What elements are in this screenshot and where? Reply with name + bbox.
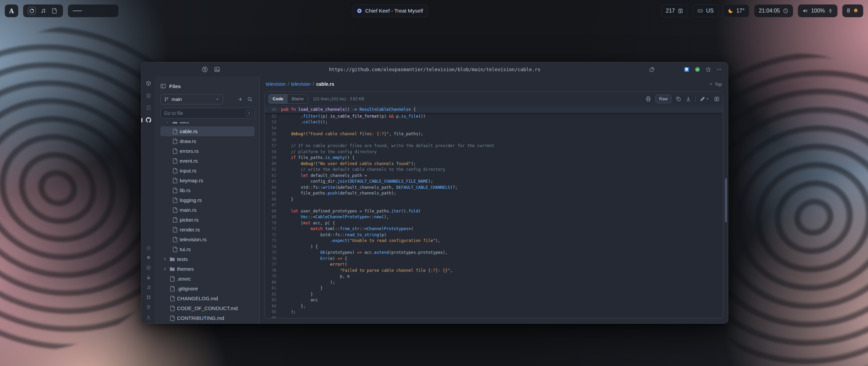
line-number[interactable]: 72 [265, 232, 281, 238]
tree-item-event.rs[interactable]: event.rs [160, 156, 255, 166]
downloads-icon[interactable] [146, 314, 151, 320]
url-bar[interactable]: https://github.com/alexpasmantier/televi… [141, 67, 728, 72]
branch-selector[interactable]: main [160, 94, 223, 104]
line-number[interactable]: 58 [265, 149, 281, 155]
line-number[interactable]: 55 [265, 131, 281, 137]
breadcrumb-repo-link[interactable]: television [266, 81, 285, 87]
line-number[interactable]: 52 [265, 114, 281, 120]
line-number[interactable]: 79 [265, 273, 281, 280]
line-number[interactable]: 43 [265, 107, 281, 113]
menu-icon[interactable] [716, 67, 722, 72]
line-number[interactable]: 75 [265, 250, 281, 256]
line-number[interactable]: 65 [265, 190, 281, 197]
back-to-top-link[interactable]: Top [709, 82, 722, 87]
strip-bell-icon[interactable] [146, 256, 151, 260]
line-number[interactable]: 86 [265, 315, 281, 319]
print-icon[interactable] [646, 96, 651, 102]
line-number[interactable]: 85 [265, 309, 281, 315]
workspace-pill[interactable] [68, 4, 119, 17]
browser-app-icon[interactable] [28, 7, 36, 15]
document-app-icon[interactable] [50, 7, 58, 15]
line-number[interactable]: 73 [265, 238, 281, 244]
apps-grid-icon[interactable] [146, 295, 151, 300]
tree-item-logging.rs[interactable]: logging.rs [160, 195, 255, 205]
tree-item-picker.rs[interactable]: picker.rs [160, 215, 255, 225]
scrollbar-thumb[interactable] [725, 178, 727, 222]
blame-tab[interactable]: Blame [287, 95, 308, 103]
line-number[interactable]: 53 [265, 119, 281, 125]
edit-button[interactable] [700, 97, 710, 101]
tree-item-draw.rs[interactable]: draw.rs [160, 136, 255, 146]
code-tab[interactable]: Code [269, 95, 287, 103]
now-playing-widget[interactable]: Chief Keef - Treat Myself [352, 4, 428, 17]
lock-icon[interactable] [146, 275, 151, 280]
tree-item-.envrc[interactable]: .envrc [160, 274, 255, 284]
line-number[interactable]: 78 [265, 268, 281, 274]
tree-item-television.rs[interactable]: television.rs [160, 235, 255, 244]
layers-icon[interactable] [146, 93, 151, 98]
line-number[interactable]: 60 [265, 161, 281, 167]
tree-item-keymap.rs[interactable]: keymap.rs [160, 176, 255, 185]
line-number[interactable]: 81 [265, 285, 281, 291]
line-number[interactable]: 64 [265, 185, 281, 191]
line-number[interactable]: 71 [265, 226, 281, 232]
github-tab-icon[interactable] [146, 117, 151, 123]
bookmarks-icon[interactable] [146, 105, 151, 110]
tree-item-utils[interactable]: utils [160, 122, 255, 126]
line-number[interactable]: 69 [265, 214, 281, 220]
raw-button[interactable]: Raw [655, 95, 671, 103]
launcher-button[interactable]: A [5, 4, 18, 17]
breadcrumb-dir-link[interactable]: television [291, 81, 311, 87]
line-number[interactable]: 83 [265, 297, 281, 303]
tree-item-tui.rs[interactable]: tui.rs [160, 244, 255, 254]
tree-item-input.rs[interactable]: input.rs [160, 166, 255, 176]
line-number[interactable]: 56 [265, 137, 281, 143]
tree-item-cable.rs[interactable]: cable.rs [160, 126, 255, 136]
line-number[interactable]: 68 [265, 208, 281, 215]
updates-widget[interactable]: 217 [661, 4, 688, 17]
tree-item-lib.rs[interactable]: lib.rs [160, 185, 255, 195]
tab-overview-icon[interactable] [649, 67, 655, 72]
tree-item-tests[interactable]: tests [160, 254, 255, 264]
line-number[interactable]: 74 [265, 244, 281, 250]
bitwarden-extension-icon[interactable] [684, 67, 689, 72]
tree-item-Cargo.lock[interactable]: Cargo.lock [160, 323, 255, 323]
weather-widget[interactable]: 17° [723, 4, 749, 17]
line-number[interactable]: 66 [265, 197, 281, 203]
line-number[interactable]: 63 [265, 179, 281, 185]
tree-item-CODE_OF_CONDUCT.md[interactable]: CODE_OF_CONDUCT.md [160, 303, 255, 313]
new-file-button[interactable] [236, 95, 245, 104]
line-number[interactable]: 70 [265, 220, 281, 226]
target-icon[interactable] [146, 246, 151, 250]
user-icon[interactable] [146, 265, 151, 270]
trash-icon[interactable] [146, 305, 151, 309]
keyboard-layout-widget[interactable]: US [693, 4, 718, 17]
tree-item-errors.rs[interactable]: errors.rs [160, 146, 255, 156]
media-icon[interactable] [214, 66, 220, 73]
audio-widget[interactable]: 100% [798, 4, 837, 17]
download-icon[interactable] [686, 96, 691, 102]
line-number[interactable]: 57 [265, 143, 281, 149]
tree-item-render.rs[interactable]: render.rs [160, 225, 255, 235]
tree-item-.gitignore[interactable]: .gitignore [160, 284, 255, 293]
line-number[interactable]: 80 [265, 280, 281, 286]
tree-item-CHANGELOG.md[interactable]: CHANGELOG.md [160, 293, 255, 303]
music-app-icon[interactable] [39, 7, 47, 15]
tree-item-main.rs[interactable]: main.rs [160, 205, 255, 215]
line-number[interactable]: 67 [265, 202, 281, 208]
profile-icon[interactable] [202, 66, 208, 73]
side-panel-icon[interactable] [160, 83, 166, 89]
clock-widget[interactable]: 21:04:05 [754, 4, 793, 17]
tree-item-themes[interactable]: themes [160, 264, 255, 274]
boxes-icon[interactable] [146, 81, 151, 86]
line-number[interactable]: 82 [265, 291, 281, 298]
strip-music-icon[interactable] [146, 285, 151, 290]
search-files-button[interactable] [245, 95, 255, 104]
extension-icon[interactable] [695, 67, 700, 72]
notifications-widget[interactable]: 8 [842, 4, 863, 17]
line-number[interactable]: 76 [265, 256, 281, 262]
tree-item-CONTRIBUTING.md[interactable]: CONTRIBUTING.md [160, 313, 255, 323]
line-number[interactable]: 61 [265, 167, 281, 173]
go-to-file-input[interactable] [160, 108, 255, 119]
line-number[interactable]: 77 [265, 262, 281, 268]
